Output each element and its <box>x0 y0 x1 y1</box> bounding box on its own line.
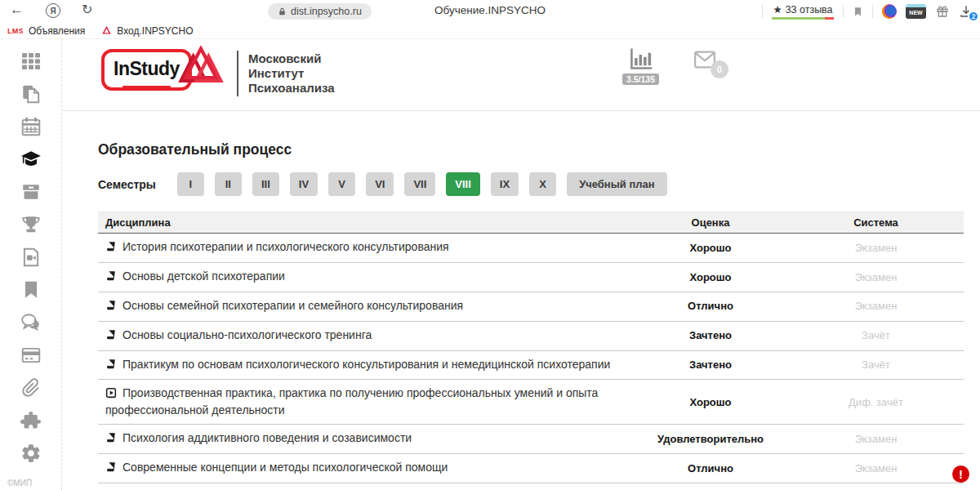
grade-value: Хорошо <box>633 234 788 263</box>
browser-top-bar: ← Я ↻ dist.inpsycho.ru Обучение.INPSYCHO… <box>0 0 980 23</box>
grade-value: Хорошо <box>633 262 788 292</box>
semester-tab-V[interactable]: V <box>328 172 355 196</box>
mail-button[interactable]: 0 <box>689 47 720 72</box>
column-header-system: Система <box>788 212 964 234</box>
downloads-icon[interactable]: 2 <box>959 4 973 19</box>
semester-tab-X[interactable]: X <box>529 172 556 196</box>
main-content: Образовательный процесс Семестры IIIIIII… <box>62 111 980 490</box>
rating-bar <box>772 17 834 20</box>
bookmark-label: Вход.INPSYCHO <box>117 25 193 37</box>
downloads-count-badge: 2 <box>968 11 979 22</box>
sidebar-item-attachments[interactable] <box>0 376 62 399</box>
trophy-icon <box>20 214 42 235</box>
sidebar-item-settings[interactable] <box>0 442 62 465</box>
semester-tab-VII[interactable]: VII <box>404 172 435 196</box>
grade-value: Удовлетворительно <box>633 425 788 454</box>
reviews-count: 33 отзыва <box>786 4 833 16</box>
sidebar-item-dashboard[interactable] <box>0 50 62 73</box>
bookmarks-bar: LMS Объявления Вход.INPSYCHO <box>0 23 980 39</box>
system-value: Зачёт <box>788 321 964 350</box>
toolbar-separator <box>843 5 844 18</box>
table-row[interactable]: Психология аддиктивного поведения и соза… <box>98 425 964 454</box>
sidebar-item-payments[interactable] <box>0 344 62 367</box>
system-value: Экзамен <box>788 292 964 321</box>
mip-favicon-icon <box>101 26 112 36</box>
semester-tab-I[interactable]: I <box>177 172 204 196</box>
clip-icon <box>20 377 42 399</box>
grade-value: Хорошо <box>633 380 788 425</box>
app-header: InStudy Московский Институт Психоанализа… <box>62 39 980 111</box>
book-icon <box>105 270 117 286</box>
semester-tab-VI[interactable]: VI <box>366 172 394 196</box>
sidebar-item-education[interactable] <box>0 148 62 171</box>
sidebar-item-integrations[interactable] <box>0 409 62 432</box>
table-row[interactable]: Основы социально-психологического тренин… <box>98 321 964 350</box>
stats-badge: 3.5/135 <box>622 74 659 85</box>
sidebar-item-archive[interactable] <box>0 180 62 203</box>
toolbar-separator <box>872 5 873 18</box>
page-title: Образовательный процесс <box>98 141 964 158</box>
toolbar-separator <box>762 5 763 18</box>
alert-icon[interactable]: ! <box>952 466 969 483</box>
play-icon <box>105 387 117 403</box>
semester-tab-III[interactable]: III <box>252 172 279 196</box>
calendar-icon <box>20 116 42 137</box>
discipline-name: Основы семейной психотерапии и семейного… <box>122 299 463 312</box>
grade-value: Зачтено <box>633 321 788 350</box>
progress-stats-button[interactable]: 3.5/135 <box>622 46 659 85</box>
sidebar-item-messages[interactable] <box>0 311 62 334</box>
semester-tab-II[interactable]: II <box>215 172 242 196</box>
bookmark-flag-icon[interactable] <box>853 6 863 18</box>
institute-name: Московский Институт Психоанализа <box>248 51 335 96</box>
lms-favicon: LMS <box>7 27 24 35</box>
site-reviews-button[interactable]: ★33 отзыва <box>772 3 834 20</box>
sidebar-item-schedule[interactable] <box>0 115 62 138</box>
table-row[interactable]: Основы семейной психотерапии и семейного… <box>98 292 964 321</box>
sidebar-item-bookmarks[interactable] <box>0 278 62 301</box>
semester-tabs: Семестры IIIIIIIVVVIVIIVIIIIXXУчебный пл… <box>98 172 964 196</box>
copyright-label: ©МИП <box>7 479 32 488</box>
cap-icon <box>20 149 42 170</box>
docs-icon <box>20 83 42 105</box>
star-icon: ★ <box>773 3 782 16</box>
header-divider <box>237 51 238 96</box>
table-row[interactable]: Современные концепции и методы психологи… <box>98 454 964 483</box>
grade-value: Зачтено <box>633 350 788 380</box>
discipline-name: История психотерапии и психологического … <box>122 240 449 253</box>
grade-value: Отлично <box>633 292 788 321</box>
table-row[interactable]: Основы детской психотерапииХорошоЭкзамен <box>98 262 964 292</box>
browser-protect-icon[interactable] <box>882 4 897 19</box>
system-value: Зачёт <box>788 350 964 380</box>
sidebar-item-achievements[interactable] <box>0 213 62 236</box>
book-icon <box>105 432 117 448</box>
system-value: Экзамен <box>788 262 964 292</box>
chat-icon <box>20 312 42 333</box>
semester-tab-IV[interactable]: IV <box>290 172 318 196</box>
semester-tab-Учебный план[interactable]: Учебный план <box>567 172 666 196</box>
gear-icon <box>20 443 42 464</box>
table-row[interactable]: Практикум по основам психологического ко… <box>98 350 964 380</box>
extensions-gift-icon[interactable] <box>935 4 950 19</box>
book-icon <box>105 359 117 374</box>
instudy-logo-text: InStudy <box>114 58 180 79</box>
new-badge-icon[interactable]: NEW <box>906 4 926 19</box>
bookmark-item-login[interactable]: Вход.INPSYCHO <box>101 25 193 37</box>
column-header-discipline: Дисциплина <box>98 212 633 234</box>
bookmark-item-announcements[interactable]: LMS Объявления <box>7 25 85 37</box>
discipline-name: Практикум по основам психологического ко… <box>122 358 610 371</box>
semester-tab-IX[interactable]: IX <box>491 172 519 196</box>
table-row[interactable]: История психотерапии и психологического … <box>98 234 964 263</box>
semester-tab-VIII[interactable]: VIII <box>446 172 480 196</box>
card-icon <box>20 345 42 366</box>
bar-chart-icon <box>627 46 654 73</box>
mail-count-badge: 0 <box>710 60 728 78</box>
grid-icon <box>20 51 42 72</box>
book-icon <box>105 461 117 477</box>
sidebar-item-materials[interactable] <box>0 82 62 105</box>
column-header-grade: Оценка <box>633 212 788 234</box>
table-row[interactable]: Производственная практика, практика по п… <box>98 380 964 425</box>
system-value: Экзамен <box>788 234 964 263</box>
sidebar-item-video-lessons[interactable] <box>0 246 62 269</box>
mip-valknut-logo-icon <box>176 46 225 90</box>
discipline-name: Производственная практика, практика по п… <box>105 386 598 416</box>
